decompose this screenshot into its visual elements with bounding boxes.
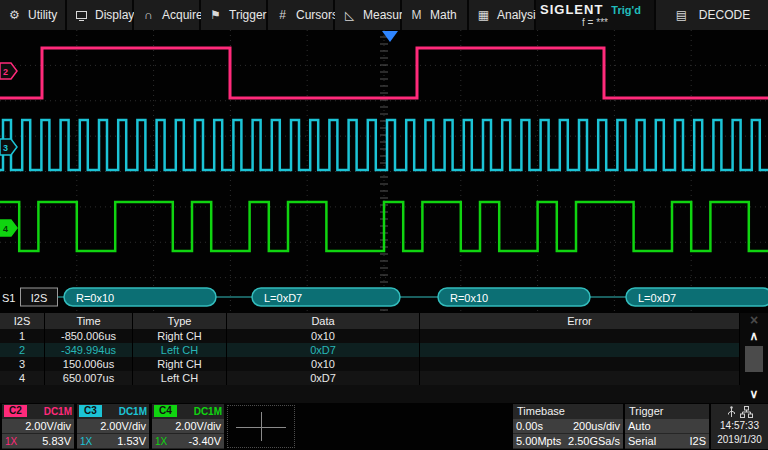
bus-protocol-label: I2S (31, 292, 48, 304)
svg-text:L=0xD7: L=0xD7 (264, 292, 302, 304)
menu-item-trigger[interactable]: ⚑Trigger (201, 0, 268, 30)
menu-bar: ⚙UtilityDisplay∩Acquire⚑Trigger#Cursors◺… (0, 0, 768, 30)
crosshair-icon (261, 412, 262, 441)
table-row[interactable]: 4650.007usLeft CH0xD7 (0, 371, 768, 385)
table-scrollbar: × ∧ ∨ (740, 313, 768, 403)
measure-icon: ◺ (342, 8, 357, 22)
add-trace-dropzone[interactable] (227, 405, 295, 448)
timebase-title: Timebase (513, 404, 623, 418)
column-header: Time (45, 313, 133, 329)
decode-bubble: R=0x10 (438, 288, 590, 306)
acquire-icon: ∩ (141, 8, 156, 22)
channel-attenuation: 1X (80, 436, 92, 447)
table-cell: 150.006us (45, 357, 133, 371)
clock-time: 14:57:33 (711, 419, 768, 433)
table-cell: 0xD7 (227, 343, 420, 357)
menu-item-label: Utility (28, 8, 57, 22)
clipboard-icon: ▤ (674, 8, 689, 22)
table-cell (420, 329, 740, 343)
decode-table: I2STimeTypeDataError1-850.006usRight CH0… (0, 313, 768, 403)
brand-block: SIGLENT Trig'd f = *** (536, 0, 656, 30)
channel-attenuation: 1X (5, 436, 17, 447)
table-cell: 4 (0, 371, 45, 385)
menu-item-label: Display (95, 8, 134, 22)
analysis-icon: ▦ (476, 8, 491, 22)
table-cell: 650.007us (45, 371, 133, 385)
decode-bubble: R=0x10 (64, 288, 216, 306)
lan-icon (740, 406, 753, 418)
scroll-down-icon[interactable]: ∨ (742, 387, 766, 403)
menu-item-label: Analysis (497, 8, 542, 22)
clock-date: 2019/1/30 (711, 433, 768, 447)
channel-2-marker[interactable]: 2 (0, 63, 17, 79)
trigger-status-badge: Trig'd (611, 4, 641, 16)
table-header-row: I2STimeTypeDataError (0, 313, 768, 329)
channel-coupling: DC1M (44, 406, 72, 417)
channel-attenuation: 1X (155, 436, 167, 447)
table-row[interactable]: 3150.006usRight CH0x10 (0, 357, 768, 371)
channel-chip: C2 (4, 405, 27, 417)
svg-text:R=0x10: R=0x10 (76, 292, 114, 304)
datetime-box: 14:57:33 2019/1/30 (711, 404, 768, 449)
flag-icon: ⚑ (208, 8, 223, 22)
table-cell: Right CH (133, 329, 227, 343)
menu-item-display[interactable]: Display (67, 0, 134, 30)
table-cell (420, 343, 740, 357)
table-cell: 0x10 (227, 329, 420, 343)
sample-rate: 2.50GSa/s (568, 435, 620, 447)
table-cell (420, 357, 740, 371)
timebase-delay: 0.00s (516, 420, 543, 432)
siglent-logo: SIGLENT (540, 2, 603, 17)
timebase-scale: 200us/div (573, 420, 620, 432)
channel-3-marker[interactable]: 3 (0, 139, 17, 155)
trigger-title: Trigger (625, 404, 709, 418)
channel-box-c3[interactable]: C3 DC1M 2.00V/div 1X 1.53V (77, 404, 149, 449)
status-bar: Timebase 0.00s 200us/div 5.00Mpts 2.50GS… (0, 403, 768, 450)
decode-bus: S1I2SR=0x10L=0xD7R=0x10L=0xD7 (2, 288, 768, 306)
table-cell: Right CH (133, 357, 227, 371)
timebase-box[interactable]: Timebase 0.00s 200us/div 5.00Mpts 2.50GS… (513, 404, 623, 449)
channel-box-c4[interactable]: C4 DC1M 2.00V/div 1X -3.40V (152, 404, 224, 449)
tab-decode[interactable]: ▤ DECODE (656, 0, 768, 30)
menu-item-analysis[interactable]: ▦Analysis (469, 0, 536, 30)
channel-scale: 2.00V/div (175, 420, 221, 432)
table-row[interactable]: 1-850.006usRight CH0x10 (0, 329, 768, 343)
menu-item-math[interactable]: MMath (402, 0, 469, 30)
decode-bubble: L=0xD7 (252, 288, 400, 306)
channel-coupling: DC1M (119, 406, 147, 417)
decode-bubble: L=0xD7 (626, 288, 768, 306)
memory-depth: 5.00Mpts (516, 435, 561, 447)
ch4-waveform (0, 202, 768, 251)
menu-item-utility[interactable]: ⚙Utility (0, 0, 67, 30)
gear-icon: ⚙ (7, 8, 22, 22)
close-table-button[interactable]: × (740, 313, 768, 329)
table-cell (420, 371, 740, 385)
menu-item-label: Math (430, 8, 457, 22)
scrollbar-thumb[interactable] (745, 346, 763, 372)
table-cell: 3 (0, 357, 45, 371)
table-cell: 0xD7 (227, 371, 420, 385)
channel-offset: 5.83V (42, 435, 71, 447)
channel-box-c2[interactable]: C2 DC1M 2.00V/div 1X 5.83V (2, 404, 74, 449)
svg-text:3: 3 (3, 143, 8, 153)
cursors-icon: # (275, 8, 290, 22)
trigger-box[interactable]: Trigger Auto Serial I2S (625, 404, 709, 449)
channel-coupling: DC1M (194, 406, 222, 417)
scroll-up-icon[interactable]: ∧ (742, 329, 766, 345)
menu-item-cursors[interactable]: #Cursors (268, 0, 335, 30)
menu-item-acquire[interactable]: ∩Acquire (134, 0, 201, 30)
table-cell: 1 (0, 329, 45, 343)
channel-offset: 1.53V (117, 435, 146, 447)
channel-4-marker[interactable]: 4 (0, 220, 17, 236)
table-row[interactable]: 2-349.994usLeft CH0xD7 (0, 343, 768, 357)
menu-item-measure[interactable]: ◺Measure (335, 0, 402, 30)
channel-scale: 2.00V/div (25, 420, 71, 432)
menu-item-label: Cursors (296, 8, 338, 22)
channel-chip: C3 (79, 405, 102, 417)
menu-item-label: Acquire (162, 8, 203, 22)
channel-scale: 2.00V/div (100, 420, 146, 432)
graticule (0, 30, 768, 313)
monitor-icon (74, 8, 89, 22)
svg-text:R=0x10: R=0x10 (450, 292, 488, 304)
svg-text:2: 2 (3, 67, 8, 77)
